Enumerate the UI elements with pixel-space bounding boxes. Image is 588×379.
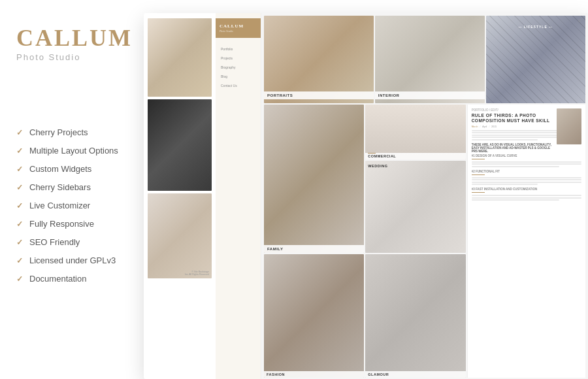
feature-label: Live Customizer xyxy=(29,201,90,210)
blog-section: PORTFOLIO / EDIT/ RULE OF THIRDS: A PHOT… xyxy=(467,105,585,378)
feature-label: Custom Widgets xyxy=(29,164,91,174)
mockup-inner: © Vito BackstageInc. All Rights Reserved… xyxy=(144,13,588,379)
feature-item: ✓Live Customizer xyxy=(16,201,144,210)
check-icon: ✓ xyxy=(16,201,23,210)
feature-item: ✓Cherry Sidebars xyxy=(16,182,144,192)
feature-label: Multiple Layout Options xyxy=(29,146,118,156)
nav-contact[interactable]: Contact Us xyxy=(216,81,261,90)
feature-label: Fully Responsive xyxy=(29,219,94,229)
nav-portfolio[interactable]: Portfolio xyxy=(216,44,261,54)
photo-column: © Vito BackstageInc. All Rights Reserved xyxy=(144,13,216,379)
brand-subtitle: Photo Studio xyxy=(16,52,144,62)
feature-item: ✓SEO Friendly xyxy=(16,237,144,247)
feature-item: ✓Fully Responsive xyxy=(16,219,144,229)
mockup-sidebar: CALLUM Photo Studio Portfolio Projects B… xyxy=(216,13,261,379)
grid-glamour: GLAMOUR xyxy=(365,254,465,378)
mockup-logo-text: CALLUM xyxy=(220,24,257,29)
nav-biography[interactable]: Biography xyxy=(216,63,261,72)
preview-area: © Vito BackstageInc. All Rights Reserved… xyxy=(144,13,588,379)
check-icon: ✓ xyxy=(16,183,23,192)
feature-item: ✓Licensed under GPLv3 xyxy=(16,255,144,265)
grid-lifestyle: — LIFESTYLE — xyxy=(486,16,586,103)
grid-fashion: FASHION xyxy=(264,254,364,378)
check-icon: ✓ xyxy=(16,128,23,137)
mockup-logo: CALLUM Photo Studio xyxy=(216,18,261,38)
features-list: ✓Cherry Projects✓Multiple Layout Options… xyxy=(16,127,144,284)
check-icon: ✓ xyxy=(16,165,23,174)
photo-block-2 xyxy=(148,99,212,191)
feature-item: ✓Cherry Projects xyxy=(16,127,144,137)
grid-family: FAMILY xyxy=(264,105,364,253)
grid-portraits: PORTRAITS xyxy=(264,16,374,103)
feature-label: Cherry Projects xyxy=(29,127,88,137)
feature-item: ✓Multiple Layout Options xyxy=(16,146,144,156)
feature-item: ✓Custom Widgets xyxy=(16,164,144,174)
photo-block-3: © Vito BackstageInc. All Rights Reserved xyxy=(148,193,212,278)
mockup-logo-sub: Photo Studio xyxy=(220,29,257,33)
feature-item: ✓Documentation xyxy=(16,274,144,284)
feature-label: Cherry Sidebars xyxy=(29,182,91,192)
left-panel: CALLUM Photo Studio ✓Cherry Projects✓Mul… xyxy=(0,0,157,379)
feature-label: Licensed under GPLv3 xyxy=(29,255,116,265)
check-icon: ✓ xyxy=(16,274,23,284)
feature-label: Documentation xyxy=(29,274,86,284)
check-icon: ✓ xyxy=(16,146,23,156)
brand-title: CALLUM xyxy=(16,26,144,50)
grid-wedding: WEDDING xyxy=(365,161,465,253)
search-icon[interactable]: ⌕ xyxy=(578,17,581,23)
nav-blog[interactable]: Blog xyxy=(216,72,261,81)
check-icon: ✓ xyxy=(16,256,23,265)
nav-projects[interactable]: Projects xyxy=(216,54,261,63)
brand-logo: CALLUM Photo Studio xyxy=(16,26,144,62)
check-icon: ✓ xyxy=(16,238,23,247)
grid-commercial: COMMERCIAL xyxy=(365,105,465,159)
feature-label: SEO Friendly xyxy=(29,237,80,247)
grid-interior: INTERIOR xyxy=(375,16,485,103)
photo-block-1 xyxy=(148,18,212,97)
check-icon: ✓ xyxy=(16,220,23,229)
